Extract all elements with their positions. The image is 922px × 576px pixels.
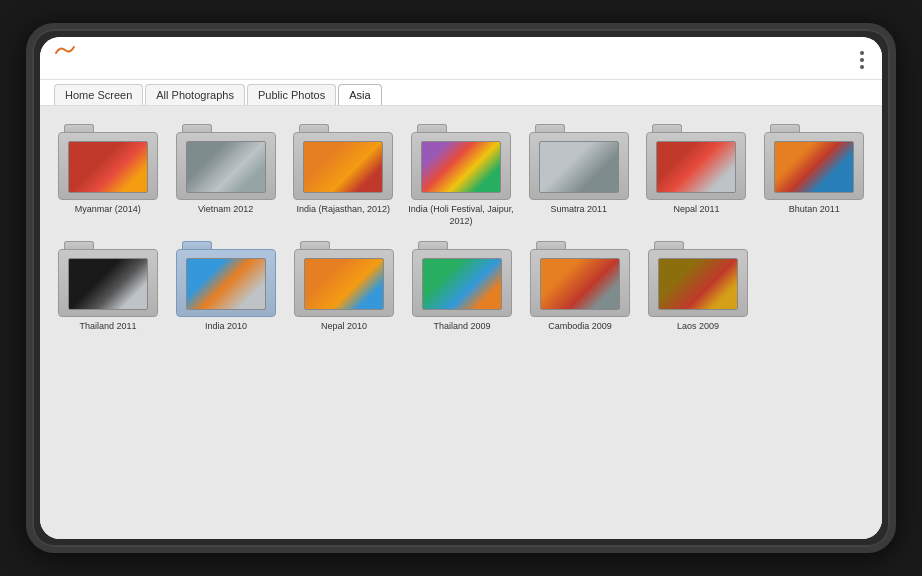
folder-label: Nepal 2010 (321, 321, 367, 333)
folder-body (176, 132, 276, 200)
more-options-button[interactable] (856, 45, 868, 75)
folder-icon (293, 120, 393, 200)
folder-icon (294, 237, 394, 317)
folder-item[interactable]: Laos 2009 (644, 237, 752, 333)
folder-label: Sumatra 2011 (550, 204, 607, 216)
folder-item[interactable]: Nepal 2011 (643, 120, 751, 227)
folder-icon (58, 237, 158, 317)
folder-body (646, 132, 746, 200)
tab-all-photographs[interactable]: All Photographs (145, 84, 245, 105)
tab-asia[interactable]: Asia (338, 84, 381, 105)
folder-item[interactable]: India (Holi Festival, Jaipur, 2012) (407, 120, 515, 227)
folder-body (58, 249, 158, 317)
folder-item[interactable]: Vietnam 2012 (172, 120, 280, 227)
tab-public-photos[interactable]: Public Photos (247, 84, 336, 105)
folder-body (294, 249, 394, 317)
folder-body (293, 132, 393, 200)
folder-label: India (Holi Festival, Jaipur, 2012) (407, 204, 515, 227)
folder-item[interactable]: Myanmar (2014) (54, 120, 162, 227)
folder-item[interactable]: India 2010 (172, 237, 280, 333)
folder-thumbnail (304, 258, 384, 310)
folder-body (529, 132, 629, 200)
folder-body (530, 249, 630, 317)
folder-item[interactable]: Bhutan 2011 (760, 120, 868, 227)
folder-icon (529, 120, 629, 200)
folder-icon (646, 120, 746, 200)
folder-body (58, 132, 158, 200)
folder-thumbnail (186, 141, 266, 193)
folder-icon (764, 120, 864, 200)
folder-thumbnail (658, 258, 738, 310)
folder-label: Cambodia 2009 (548, 321, 612, 333)
tablet-frame: Home Screen All Photographs Public Photo… (26, 23, 896, 553)
folder-item[interactable]: Thailand 2009 (408, 237, 516, 333)
tab-home-screen[interactable]: Home Screen (54, 84, 143, 105)
folder-label: Vietnam 2012 (198, 204, 253, 216)
folder-icon (648, 237, 748, 317)
folder-item[interactable]: Sumatra 2011 (525, 120, 633, 227)
screen: Home Screen All Photographs Public Photo… (40, 37, 882, 539)
folder-label: Myanmar (2014) (75, 204, 141, 216)
folder-body (411, 132, 511, 200)
folder-label: Thailand 2011 (79, 321, 136, 333)
folder-icon (530, 237, 630, 317)
header (40, 37, 882, 80)
folder-thumbnail (68, 258, 148, 310)
folder-label: Bhutan 2011 (789, 204, 840, 216)
folder-body (412, 249, 512, 317)
folder-body (176, 249, 276, 317)
menu-dot-2 (860, 58, 864, 62)
folder-icon (411, 120, 511, 200)
folder-thumbnail (656, 141, 736, 193)
folders-row-2: Thailand 2011 India 2010 Nepal 2010 (54, 237, 868, 333)
folder-thumbnail (421, 141, 501, 193)
zenfolio-swoosh-icon (54, 45, 76, 55)
folder-icon (176, 120, 276, 200)
header-left (54, 45, 84, 55)
folder-item[interactable]: Cambodia 2009 (526, 237, 634, 333)
menu-dot-3 (860, 65, 864, 69)
folder-label: Laos 2009 (677, 321, 719, 333)
folders-row-1: Myanmar (2014) Vietnam 2012 India (Rajas… (54, 120, 868, 227)
folder-label: India 2010 (205, 321, 247, 333)
zenfolio-logo (54, 45, 76, 55)
folder-label: India (Rajasthan, 2012) (297, 204, 391, 216)
folder-thumbnail (186, 258, 266, 310)
folder-thumbnail (540, 258, 620, 310)
folder-thumbnail (303, 141, 383, 193)
folder-item[interactable]: India (Rajasthan, 2012) (289, 120, 397, 227)
folder-icon (176, 237, 276, 317)
folder-label: Nepal 2011 (673, 204, 719, 216)
folder-body (764, 132, 864, 200)
folder-thumbnail (68, 141, 148, 193)
folder-body (648, 249, 748, 317)
nav-tabs: Home Screen All Photographs Public Photo… (40, 80, 882, 106)
menu-dot-1 (860, 51, 864, 55)
folder-thumbnail (539, 141, 619, 193)
content-area: Myanmar (2014) Vietnam 2012 India (Rajas… (40, 106, 882, 539)
folder-thumbnail (774, 141, 854, 193)
folder-item[interactable]: Nepal 2010 (290, 237, 398, 333)
folder-icon (58, 120, 158, 200)
folder-icon (412, 237, 512, 317)
folder-label: Thailand 2009 (433, 321, 490, 333)
folder-item[interactable]: Thailand 2011 (54, 237, 162, 333)
folder-thumbnail (422, 258, 502, 310)
